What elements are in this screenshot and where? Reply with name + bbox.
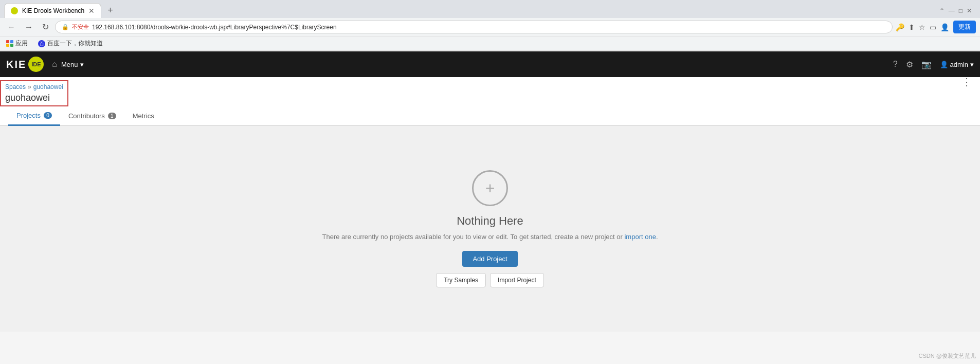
menu-arrow-icon: ▾ xyxy=(80,61,84,68)
tab-projects-badge: 0 xyxy=(44,112,52,119)
page-title-row: guohaowei xyxy=(5,90,63,103)
bookmark-apps[interactable]: 应用 xyxy=(4,38,30,49)
minimize-icon[interactable]: — xyxy=(949,7,955,14)
profile-icon[interactable]: 👤 xyxy=(940,23,949,31)
maximize-icon[interactable]: □ xyxy=(959,7,963,14)
tab-metrics[interactable]: Metrics xyxy=(124,107,162,125)
settings-icon[interactable]: ⚙ xyxy=(906,60,913,69)
tabs-row: Projects 0 Contributors 1 Metrics xyxy=(0,106,980,126)
camera-icon[interactable]: 📷 xyxy=(921,60,932,69)
share-icon[interactable]: ⬆ xyxy=(909,23,915,31)
browser-right-icons: 🔑 ⬆ ☆ ▭ 👤 更新 xyxy=(896,21,976,33)
more-options-button[interactable]: ⋮ xyxy=(961,76,972,88)
menu-button[interactable]: Menu ▾ xyxy=(61,61,84,68)
page-title: guohaowei xyxy=(5,93,50,103)
bookmark-apps-label: 应用 xyxy=(15,39,28,48)
tab-projects[interactable]: Projects 0 xyxy=(8,106,60,126)
breadcrumb-separator: » xyxy=(28,83,31,90)
kie-logo: KIE xyxy=(6,59,26,70)
admin-label: admin xyxy=(950,61,968,68)
window-controls: ⌃ — □ ✕ xyxy=(935,5,976,16)
breadcrumb: Spaces » guohaowei xyxy=(5,83,63,90)
ide-badge: IDE xyxy=(28,57,44,72)
tab-contributors[interactable]: Contributors 1 xyxy=(60,107,124,125)
menu-label: Menu xyxy=(61,61,78,68)
nothing-here-icon: + xyxy=(472,170,508,206)
desc-after-text: . xyxy=(656,233,658,241)
breadcrumb-title-section: Spaces » guohaowei guohaowei xyxy=(0,80,68,106)
tab-bar: KIE Drools Workbench ✕ + ⌃ — □ ✕ xyxy=(0,0,980,18)
key-icon[interactable]: 🔑 xyxy=(896,23,904,31)
tab-projects-label: Projects xyxy=(16,112,41,119)
nothing-here-title: Nothing Here xyxy=(457,214,523,228)
back-button[interactable]: ← xyxy=(4,21,19,34)
browser-tab-active[interactable]: KIE Drools Workbench ✕ xyxy=(4,3,101,18)
tab-title: KIE Drools Workbench xyxy=(22,7,84,14)
tab-close-button[interactable]: ✕ xyxy=(88,7,95,15)
bookmarks-bar: 应用 百 百度一下，你就知道 xyxy=(0,37,980,51)
secondary-buttons: Try Samples Import Project xyxy=(436,273,544,287)
tab-favicon xyxy=(11,7,18,14)
insecure-label: 不安全 xyxy=(72,23,89,31)
lock-icon: 🔒 xyxy=(62,24,69,30)
user-menu[interactable]: 👤 admin ▾ xyxy=(940,61,974,68)
new-tab-button[interactable]: + xyxy=(103,3,117,18)
chevron-up-icon[interactable]: ⌃ xyxy=(939,7,945,14)
browser-chrome: KIE Drools Workbench ✕ + ⌃ — □ ✕ ← → ↻ 🔒… xyxy=(0,0,980,51)
home-icon[interactable]: ⌂ xyxy=(52,60,57,69)
import-project-button[interactable]: Import Project xyxy=(490,273,544,287)
spaces-breadcrumb-link[interactable]: Spaces xyxy=(5,83,26,90)
user-icon: 👤 xyxy=(940,61,948,68)
try-samples-button[interactable]: Try Samples xyxy=(436,273,486,287)
header-right: ? ⚙ 📷 👤 admin ▾ xyxy=(893,60,974,69)
current-breadcrumb: guohaowei xyxy=(33,83,63,90)
app-header: KIE IDE ⌂ Menu ▾ ? ⚙ 📷 👤 admin ▾ xyxy=(0,51,980,77)
user-caret-icon: ▾ xyxy=(970,61,974,68)
url-text: 192.168.86.101:8080/drools-wb/kie-drools… xyxy=(92,24,886,31)
nothing-here-description: There are currently no projects availabl… xyxy=(322,233,658,241)
import-one-link[interactable]: import one xyxy=(624,233,656,241)
address-bar[interactable]: 🔒 不安全 192.168.86.101:8080/drools-wb/kie-… xyxy=(55,21,893,33)
tab-metrics-label: Metrics xyxy=(133,112,154,120)
bookmark-baidu[interactable]: 百 百度一下，你就知道 xyxy=(36,38,105,49)
desc-before-text: There are currently no projects availabl… xyxy=(322,233,625,241)
plus-icon: + xyxy=(485,179,495,198)
add-project-button[interactable]: Add Project xyxy=(462,251,517,267)
bookmark-baidu-label: 百度一下，你就知道 xyxy=(47,39,103,48)
help-icon[interactable]: ? xyxy=(893,60,898,69)
content-area: Spaces » guohaowei guohaowei ⋮ Projects … xyxy=(0,77,980,332)
tab-contributors-label: Contributors xyxy=(68,112,105,120)
tab-contributors-badge: 1 xyxy=(108,113,116,119)
update-button[interactable]: 更新 xyxy=(953,21,976,33)
reload-button[interactable]: ↻ xyxy=(39,20,52,34)
forward-button[interactable]: → xyxy=(22,21,36,34)
close-window-icon[interactable]: ✕ xyxy=(967,7,972,14)
address-bar-row: ← → ↻ 🔒 不安全 192.168.86.101:8080/drools-w… xyxy=(0,18,980,37)
main-content: + Nothing Here There are currently no pr… xyxy=(0,126,980,332)
star-icon[interactable]: ☆ xyxy=(919,23,925,31)
cast-icon[interactable]: ▭ xyxy=(930,23,936,31)
